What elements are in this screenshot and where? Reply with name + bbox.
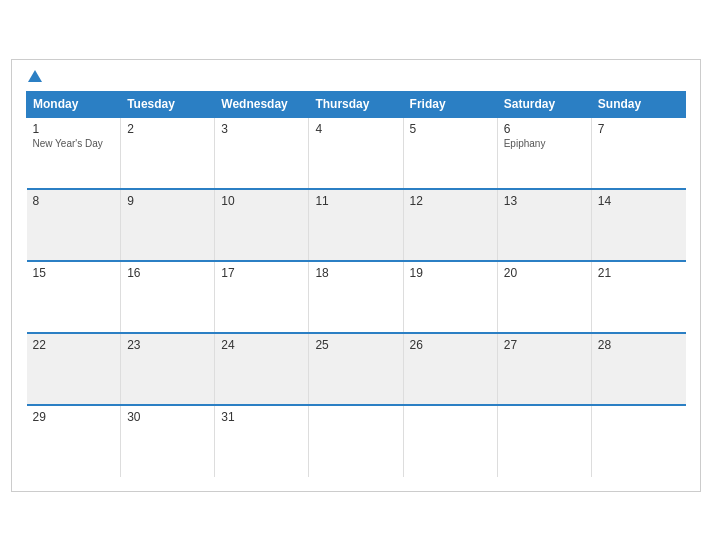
weekday-header-tuesday: Tuesday [121, 91, 215, 117]
week-row-1: 1New Year's Day23456Epiphany7 [27, 117, 686, 189]
calendar-cell [497, 405, 591, 477]
day-number: 11 [315, 194, 396, 208]
logo-triangle-icon [28, 70, 42, 82]
day-number: 12 [410, 194, 491, 208]
day-number: 1 [33, 122, 115, 136]
holiday-name: Epiphany [504, 138, 585, 149]
day-number: 15 [33, 266, 115, 280]
calendar-cell [309, 405, 403, 477]
calendar-cell: 6Epiphany [497, 117, 591, 189]
calendar-cell: 12 [403, 189, 497, 261]
day-number: 19 [410, 266, 491, 280]
holiday-name: New Year's Day [33, 138, 115, 149]
day-number: 26 [410, 338, 491, 352]
day-number: 6 [504, 122, 585, 136]
calendar-cell: 20 [497, 261, 591, 333]
calendar-cell: 27 [497, 333, 591, 405]
week-row-5: 293031 [27, 405, 686, 477]
calendar-cell: 2 [121, 117, 215, 189]
weekday-header-row: MondayTuesdayWednesdayThursdayFridaySatu… [27, 91, 686, 117]
day-number: 20 [504, 266, 585, 280]
calendar-cell: 3 [215, 117, 309, 189]
day-number: 14 [598, 194, 680, 208]
calendar-cell: 23 [121, 333, 215, 405]
calendar-cell: 19 [403, 261, 497, 333]
weekday-header-saturday: Saturday [497, 91, 591, 117]
calendar-cell: 10 [215, 189, 309, 261]
week-row-4: 22232425262728 [27, 333, 686, 405]
day-number: 9 [127, 194, 208, 208]
calendar-header [26, 70, 686, 83]
calendar-cell: 22 [27, 333, 121, 405]
calendar-cell: 15 [27, 261, 121, 333]
day-number: 13 [504, 194, 585, 208]
calendar-cell: 11 [309, 189, 403, 261]
day-number: 27 [504, 338, 585, 352]
calendar-cell: 31 [215, 405, 309, 477]
day-number: 10 [221, 194, 302, 208]
calendar-cell [591, 405, 685, 477]
day-number: 4 [315, 122, 396, 136]
weekday-header-friday: Friday [403, 91, 497, 117]
day-number: 25 [315, 338, 396, 352]
calendar-cell: 14 [591, 189, 685, 261]
day-number: 28 [598, 338, 680, 352]
calendar-cell: 4 [309, 117, 403, 189]
calendar-cell: 8 [27, 189, 121, 261]
day-number: 30 [127, 410, 208, 424]
calendar-cell: 7 [591, 117, 685, 189]
day-number: 17 [221, 266, 302, 280]
calendar-cell: 28 [591, 333, 685, 405]
calendar-container: MondayTuesdayWednesdayThursdayFridaySatu… [11, 59, 701, 492]
weekday-header-sunday: Sunday [591, 91, 685, 117]
calendar-cell: 18 [309, 261, 403, 333]
day-number: 29 [33, 410, 115, 424]
weekday-header-wednesday: Wednesday [215, 91, 309, 117]
day-number: 22 [33, 338, 115, 352]
calendar-cell: 13 [497, 189, 591, 261]
day-number: 2 [127, 122, 208, 136]
calendar-cell: 26 [403, 333, 497, 405]
day-number: 7 [598, 122, 680, 136]
week-row-3: 15161718192021 [27, 261, 686, 333]
calendar-cell: 29 [27, 405, 121, 477]
logo [26, 70, 42, 83]
weekday-header-thursday: Thursday [309, 91, 403, 117]
calendar-cell: 24 [215, 333, 309, 405]
day-number: 16 [127, 266, 208, 280]
calendar-cell: 25 [309, 333, 403, 405]
calendar-cell: 1New Year's Day [27, 117, 121, 189]
weekday-header-monday: Monday [27, 91, 121, 117]
calendar-cell: 5 [403, 117, 497, 189]
day-number: 24 [221, 338, 302, 352]
calendar-cell: 16 [121, 261, 215, 333]
calendar-cell: 30 [121, 405, 215, 477]
calendar-cell: 21 [591, 261, 685, 333]
day-number: 18 [315, 266, 396, 280]
calendar-cell: 17 [215, 261, 309, 333]
day-number: 8 [33, 194, 115, 208]
week-row-2: 891011121314 [27, 189, 686, 261]
calendar-grid: MondayTuesdayWednesdayThursdayFridaySatu… [26, 91, 686, 477]
calendar-cell: 9 [121, 189, 215, 261]
day-number: 5 [410, 122, 491, 136]
day-number: 21 [598, 266, 680, 280]
day-number: 3 [221, 122, 302, 136]
calendar-cell [403, 405, 497, 477]
day-number: 23 [127, 338, 208, 352]
day-number: 31 [221, 410, 302, 424]
